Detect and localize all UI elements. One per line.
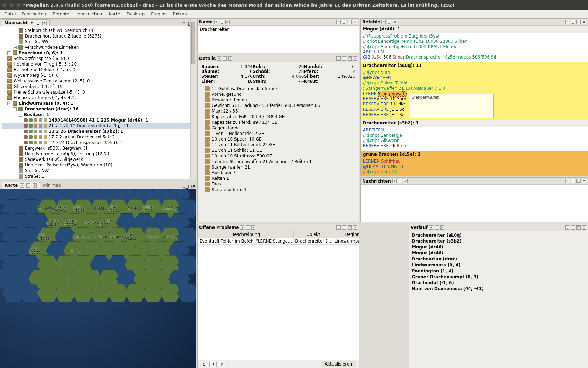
menu-plugins[interactable]: Plugins xyxy=(148,11,169,17)
details-pin-icon[interactable]: ▾ xyxy=(217,56,221,61)
tree-node[interactable]: Drachenhort (drac), Zitadelle (6275) xyxy=(2,33,195,39)
command-line[interactable]: // $cript Soldat Talent xyxy=(363,81,586,86)
details-min-icon[interactable]: _ xyxy=(223,56,227,61)
command-line[interactable]: // cript BenoetigeFremd s3b2 10000 22800… xyxy=(363,39,586,44)
problems-filter-P[interactable]: P xyxy=(218,362,225,367)
commands-dock-icon[interactable]: ▫ xyxy=(565,20,569,24)
history-item[interactable]: Mogur (dr46) xyxy=(412,250,585,256)
history-item[interactable]: Drachenclan (drac) xyxy=(412,256,585,262)
tree-node[interactable]: Sägewerk (s8iw), Sägewerk xyxy=(2,157,195,162)
detail-row[interactable]: 11 von 11 Kettenhemd: 22 GE xyxy=(198,142,359,148)
command-line[interactable]: // $cript Benoetige xyxy=(363,133,586,138)
tree-node[interactable]: Schwarzfelsspitze (-6, 5): 0 xyxy=(2,56,195,61)
command-group-header[interactable]: grüne Drachen (xL5e): 2 xyxy=(361,151,588,158)
details-min2-icon[interactable]: _ xyxy=(342,56,346,61)
problems-min-icon[interactable]: _ xyxy=(246,225,250,230)
tab-overview-min-icon[interactable]: _ xyxy=(36,21,40,25)
history-item[interactable]: Grüner Drachensumpf (0, 3) xyxy=(412,274,585,280)
tree-node[interactable]: Kleine Schwarzfelsspitze (-5, 4): 0 xyxy=(2,89,195,95)
command-line[interactable]: // $cript GibWenn xyxy=(363,138,586,143)
menu-befehle[interactable]: Befehle xyxy=(50,11,72,17)
detail-row[interactable]: Tags xyxy=(198,181,359,187)
history-item[interactable]: Mogur (dr46) xyxy=(412,244,585,250)
history-item[interactable]: Hain von Diamenesia (44, -41) xyxy=(412,286,585,292)
tree-toggle-icon[interactable]: - xyxy=(7,102,11,105)
tab-overview-close-icon[interactable]: × xyxy=(42,21,47,25)
commands-min2-icon[interactable]: _ xyxy=(571,20,575,24)
tree-toggle-icon[interactable]: - xyxy=(19,113,22,117)
problems-filter-R[interactable]: R xyxy=(209,362,217,367)
window-minimize-icon[interactable] xyxy=(9,2,14,7)
detail-row[interactable]: Talente: Stangenwaffen 21 Ausdauer 7 Rei… xyxy=(198,159,359,164)
detail-row[interactable]: Ausdauer 7 xyxy=(198,170,359,176)
problems-pin-icon[interactable]: ▾ xyxy=(240,225,244,230)
messages-min2-icon[interactable]: _ xyxy=(571,179,575,183)
tree-toggle-icon[interactable]: - xyxy=(13,107,17,111)
menu-lesezeichen[interactable]: Lesezeichen xyxy=(73,11,105,17)
tab-karte-close-icon[interactable]: × xyxy=(33,183,37,188)
tree-node[interactable]: -Drachenclan (drac): 16 xyxy=(2,106,195,112)
tree-node[interactable]: Straße: E xyxy=(2,173,195,179)
commands-close-icon[interactable]: × xyxy=(393,20,397,24)
tree-toggle-icon[interactable]: + xyxy=(13,46,17,49)
menu-desktop[interactable]: Desktop xyxy=(124,11,148,17)
tree-node[interactable]: Wyvernberg (-1, 5): 0 xyxy=(2,73,195,78)
name-close2-icon[interactable]: × xyxy=(353,20,357,24)
messages-dock-icon[interactable]: ▫ xyxy=(565,179,569,183)
tree-node[interactable]: -Lindwurmpass (0, 4): 1 xyxy=(2,101,195,106)
history-dock-icon[interactable]: ▫ xyxy=(565,225,569,230)
messages-max-icon[interactable]: □ xyxy=(576,179,581,183)
command-line[interactable]: LERNEN Schiffbau xyxy=(363,159,586,164)
command-line[interactable]: // $cript BenoetigeFremd s3b2 KRAUT Meng… xyxy=(363,44,586,49)
overview-tree[interactable]: Steinbruch (sh5y), Steinbruch (4)Drachen… xyxy=(0,26,196,179)
name-pin-icon[interactable]: ▾ xyxy=(214,20,218,24)
command-line[interactable]: // @suppressProblem Burg leer i5yw xyxy=(363,34,586,39)
details-max-icon[interactable]: □ xyxy=(348,56,352,61)
messages-min-icon[interactable]: _ xyxy=(398,179,402,183)
commands-body[interactable]: Mogur (dr46): 1// @suppressProblem Burg … xyxy=(361,26,588,176)
commands-close2-icon[interactable]: × xyxy=(582,20,586,24)
problems-max-icon[interactable]: □ xyxy=(348,225,352,230)
detail-row[interactable]: Stangenwaffen 21 xyxy=(198,164,359,170)
problems-close-icon[interactable]: × xyxy=(251,225,255,230)
tree-node[interactable]: 21 7 1 22 10 Drachenreiter (aL0q): 11 xyxy=(2,123,195,129)
tree-node[interactable]: 149014(148508) 41 1 225 Mogur (dr46): 1 xyxy=(2,117,195,123)
overview-scrollbar[interactable] xyxy=(190,26,196,179)
detail-row[interactable]: Reiten 1 xyxy=(198,176,359,181)
command-line[interactable]: @BEWACHEN xyxy=(363,75,586,81)
commands-pin-icon[interactable]: ▾ xyxy=(382,20,386,24)
menu-karte[interactable]: Karte xyxy=(106,11,123,17)
tab-karte-min-icon[interactable]: _ xyxy=(26,183,30,188)
problems-dock-icon[interactable]: ▫ xyxy=(336,225,341,230)
detail-row[interactable]: 11 Goblins, Drachenclan (drac) xyxy=(198,86,359,91)
history-item[interactable]: Drachental (-1, 6) xyxy=(412,280,585,286)
problems-col[interactable]: Beschreibung xyxy=(198,231,294,238)
tree-node[interactable]: -Besitzer: 1 xyxy=(2,112,195,117)
tab-overview-pin-icon[interactable]: ▾ xyxy=(30,21,34,25)
command-group-header[interactable]: Drachenreiter (s3b2): 1 xyxy=(361,120,588,127)
detail-row[interactable]: 10 von 10 Streitross: 500 GE xyxy=(198,153,359,159)
details-dock-icon[interactable]: ▫ xyxy=(336,56,341,61)
window-close-icon[interactable] xyxy=(2,2,7,7)
problems-table[interactable]: BeschreibungObjektRegionParteiZeileTyp E… xyxy=(198,231,359,245)
problems-filter-S[interactable]: S xyxy=(201,362,208,367)
messages-close-icon[interactable]: × xyxy=(404,179,408,183)
name-body[interactable]: Drachenreiter xyxy=(198,26,359,53)
tree-node[interactable]: Wellnessoase Zentralsumpf (2, 5): 0 xyxy=(2,78,195,84)
name-min2-icon[interactable]: _ xyxy=(342,20,346,24)
history-min2-icon[interactable]: _ xyxy=(571,225,575,230)
commands-max-icon[interactable]: □ xyxy=(576,20,581,24)
history-body[interactable]: Drachenreiter (aL0q)Drachenreiter (s3b2)… xyxy=(409,231,588,368)
tree-node[interactable]: Hochebene Meldorg (-4, 5): 0 xyxy=(2,67,195,73)
tree-node[interactable]: +Verschwundene Einheiten xyxy=(2,45,195,50)
tree-node[interactable]: Hochland von Tirug (-5, 5): 20 xyxy=(2,61,195,67)
command-line[interactable]: ARBEITEN xyxy=(363,49,586,55)
tree-node[interactable]: Straße: NW xyxy=(2,168,195,173)
menu-extras[interactable]: Extras xyxy=(170,11,190,17)
problems-close2-icon[interactable]: × xyxy=(353,225,357,230)
messages-pin-icon[interactable]: ▾ xyxy=(392,179,397,183)
tree-node[interactable]: Ebene von Turgos (-4, 4): 423 xyxy=(2,95,195,101)
name-close-icon[interactable]: × xyxy=(225,20,230,24)
history-item[interactable]: Drachenreiter (aL0q) xyxy=(412,232,585,238)
problems-refresh-button[interactable]: Aktualisieren xyxy=(321,361,356,367)
